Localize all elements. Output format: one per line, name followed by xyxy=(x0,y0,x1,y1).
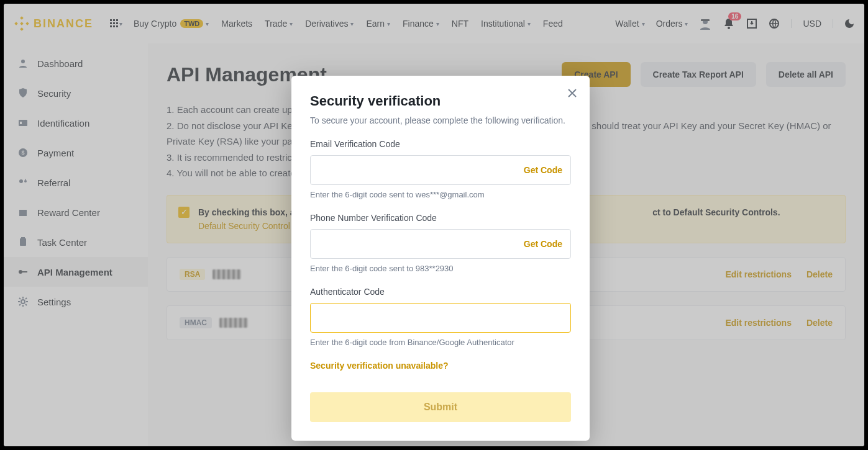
modal-title: Security verification xyxy=(310,93,571,109)
email-code-label: Email Verification Code xyxy=(310,139,571,149)
authenticator-code-input[interactable] xyxy=(310,303,571,333)
authenticator-code-hint: Enter the 6-digit code from Binance/Goog… xyxy=(310,338,571,347)
phone-code-label: Phone Number Verification Code xyxy=(310,213,571,223)
get-email-code-button[interactable]: Get Code xyxy=(524,155,562,185)
verification-unavailable-link[interactable]: Security verification unavailable? xyxy=(310,361,449,371)
get-phone-code-button[interactable]: Get Code xyxy=(524,229,562,259)
modal-subtitle: To secure your account, please complete … xyxy=(310,115,571,125)
phone-code-hint: Enter the 6-digit code sent to 983**2930 xyxy=(310,264,571,273)
authenticator-code-label: Authenticator Code xyxy=(310,287,571,297)
close-icon[interactable] xyxy=(566,87,578,99)
submit-button[interactable]: Submit xyxy=(310,392,571,422)
security-verification-modal: Security verification To secure your acc… xyxy=(291,76,590,441)
email-code-hint: Enter the 6-digit code sent to wes***@gm… xyxy=(310,190,571,199)
